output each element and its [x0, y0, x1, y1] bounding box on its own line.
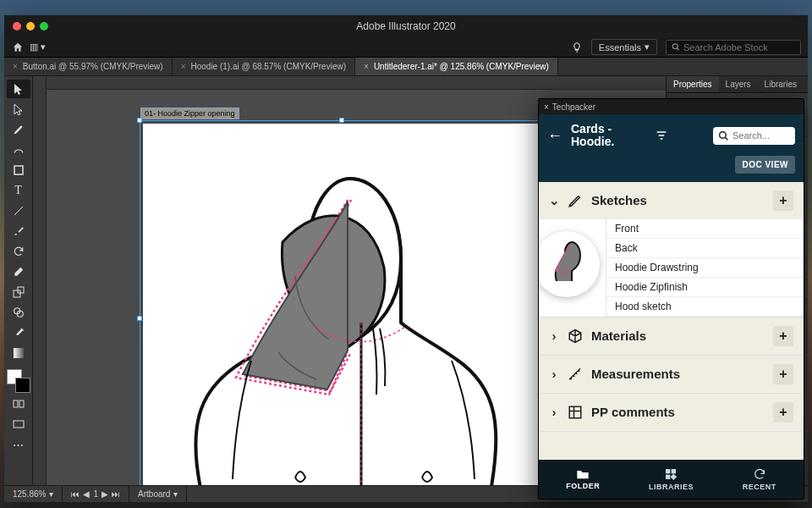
panel-title: Techpacker [552, 102, 595, 112]
first-icon[interactable]: ⏮ [71, 489, 80, 499]
section-label: Sketches [591, 193, 647, 207]
rectangle-tool[interactable] [7, 161, 30, 179]
artboard-selector[interactable]: Artboard ▾ [129, 486, 187, 502]
document-tab[interactable]: × Hoodie (1).ai @ 68.57% (CMYK/Preview) [173, 58, 355, 75]
stroke-swatch[interactable] [15, 378, 30, 393]
close-panel-icon[interactable]: × [544, 102, 549, 112]
techpacker-search-input[interactable] [732, 130, 790, 141]
panel-tab-layers[interactable]: Layers [719, 76, 758, 92]
panel-tab-libraries[interactable]: Libraries [758, 76, 804, 92]
chevron-right-icon: › [549, 329, 559, 343]
artboard-number: 1 [93, 489, 98, 499]
edit-toolbar-icon[interactable]: ⋯ [7, 435, 30, 454]
document-tab-label: Button.ai @ 55.97% (CMYK/Preview) [23, 62, 163, 71]
sketch-thumbnail[interactable] [539, 219, 606, 317]
add-material-button[interactable]: + [773, 326, 793, 346]
hoodie-artwork [151, 141, 532, 485]
rotate-tool[interactable] [7, 242, 30, 261]
list-item[interactable]: Hood sketch [606, 297, 804, 317]
paintbrush-tool[interactable] [7, 222, 30, 240]
list-item[interactable]: Back [606, 239, 804, 258]
fill-stroke-swatch[interactable] [7, 369, 30, 393]
type-tool[interactable]: T [7, 181, 30, 200]
document-tab-label: Hoodie (1).ai @ 68.57% (CMYK/Preview) [190, 62, 346, 71]
svg-rect-13 [672, 469, 676, 473]
artboard[interactable]: 01- Hoodie Zipper opening [143, 124, 540, 485]
close-window-button[interactable] [13, 22, 21, 30]
lightbulb-icon[interactable] [571, 41, 583, 53]
next-icon[interactable]: ▶ [102, 489, 108, 499]
doc-view-button[interactable]: DOC VIEW [735, 156, 795, 174]
selection-tool[interactable] [7, 80, 30, 98]
last-icon[interactable]: ⏭ [112, 489, 120, 499]
draw-mode-icon[interactable] [7, 395, 30, 413]
nav-libraries[interactable]: LIBRARIES [627, 460, 715, 499]
zoom-value: 125.86% [13, 489, 46, 499]
pen-tool[interactable] [7, 120, 30, 139]
pencil-icon [568, 193, 583, 208]
techpacker-search[interactable] [713, 127, 795, 145]
workspace-label: Essentials [599, 42, 641, 52]
workspace-switcher[interactable]: Essentials ▾ [591, 39, 657, 55]
card-title: Cards - Hoodie. [571, 123, 614, 149]
back-arrow-icon[interactable]: ← [547, 127, 562, 145]
adobe-stock-search[interactable] [666, 40, 801, 55]
horizontal-ruler [33, 76, 666, 90]
close-tab-icon[interactable]: × [13, 62, 18, 71]
add-sketch-button[interactable]: + [773, 190, 793, 211]
chevron-down-icon: ⌄ [549, 193, 559, 208]
svg-rect-12 [666, 469, 670, 473]
nav-recent[interactable]: RECENT [716, 460, 804, 499]
close-tab-icon[interactable]: × [364, 62, 369, 71]
chevron-right-icon: › [549, 367, 559, 381]
section-header-measurements[interactable]: › Measurements + [539, 356, 804, 393]
add-ppcomment-button[interactable]: + [773, 402, 793, 422]
section-header-materials[interactable]: › Materials + [539, 318, 804, 355]
list-item[interactable]: Hoodie Zipfinish [606, 278, 804, 297]
zoom-level[interactable]: 125.86% ▾ [4, 486, 63, 502]
scale-tool[interactable] [7, 283, 30, 301]
panel-tab-properties[interactable]: Properties [667, 76, 719, 92]
svg-rect-11 [569, 406, 581, 418]
panel-titlebar[interactable]: × Techpacker [539, 99, 804, 114]
recent-icon [753, 467, 766, 481]
gradient-tool[interactable] [7, 344, 30, 362]
eraser-tool[interactable] [7, 262, 30, 281]
home-icon[interactable] [11, 41, 25, 54]
artboard-nav[interactable]: ⏮ ◀ 1 ▶ ⏭ [63, 486, 129, 502]
maximize-window-button[interactable] [40, 22, 48, 30]
svg-rect-14 [666, 475, 670, 479]
vertical-ruler [33, 76, 47, 485]
prev-icon[interactable]: ◀ [83, 489, 90, 499]
stock-search-input[interactable] [683, 42, 795, 52]
list-item[interactable]: Front [606, 219, 804, 239]
shape-builder-tool[interactable] [7, 303, 30, 322]
section-header-ppcomments[interactable]: › PP comments + [539, 394, 804, 431]
list-item[interactable]: Hoodie Drawstring [606, 258, 804, 278]
resize-handle[interactable] [137, 118, 142, 123]
add-measurement-button[interactable]: + [773, 364, 793, 384]
section-label: PP comments [591, 405, 675, 419]
nav-folder[interactable]: FOLDER [539, 460, 627, 499]
resize-handle[interactable] [137, 316, 142, 321]
svg-rect-15 [671, 474, 678, 481]
sort-icon[interactable] [655, 129, 668, 142]
libraries-icon [664, 467, 678, 481]
view-switch-icon[interactable]: ▥ ▾ [30, 41, 46, 52]
grid-icon [568, 405, 583, 420]
close-tab-icon[interactable]: × [181, 62, 186, 71]
chevron-down-icon: ▾ [645, 41, 650, 52]
svg-rect-6 [14, 348, 24, 358]
eyedropper-tool[interactable] [7, 323, 30, 342]
ruler-icon [568, 367, 583, 382]
section-header-sketches[interactable]: ⌄ Sketches + [539, 182, 804, 219]
screen-mode-icon[interactable] [7, 415, 30, 433]
minimize-window-button[interactable] [26, 22, 35, 30]
curvature-tool[interactable] [7, 141, 30, 159]
line-tool[interactable] [7, 202, 30, 220]
document-tab[interactable]: × Untitlederer-1.ai* @ 125.86% (CMYK/Pre… [355, 58, 558, 75]
direct-selection-tool[interactable] [7, 100, 30, 119]
resize-handle[interactable] [339, 118, 344, 123]
artboard-label: Artboard [138, 489, 170, 499]
document-tab[interactable]: × Button.ai @ 55.97% (CMYK/Preview) [4, 58, 173, 75]
